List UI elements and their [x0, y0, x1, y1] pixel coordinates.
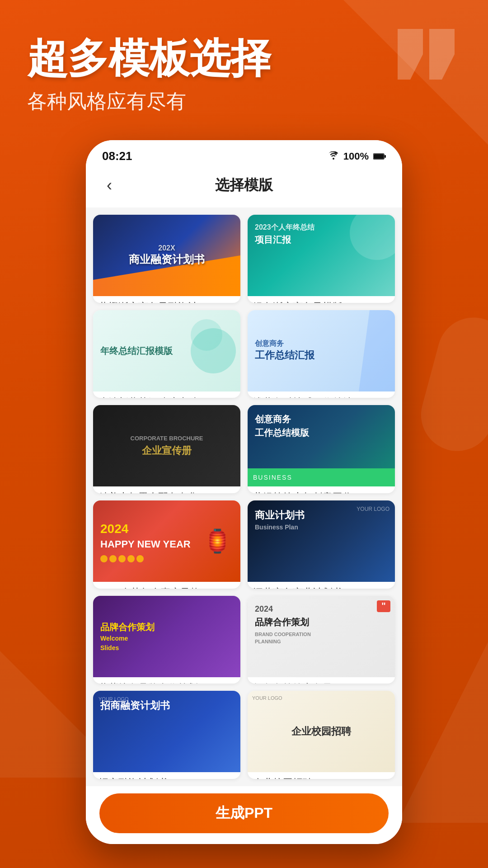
status-right: 100%: [328, 150, 386, 163]
battery-icon: [373, 150, 386, 163]
thumb-9-text: 品牌合作策划 WelcomeSlides: [100, 620, 155, 653]
template-thumb-7: 2024 HAPPY NEW YEAR 🏮: [93, 500, 240, 582]
template-item-9[interactable]: 品牌合作策划 WelcomeSlides 黄紫撞色品牌合作策划: [93, 596, 240, 684]
template-thumb-6: 创意商务工作总结模版 BUSINESS: [248, 405, 395, 486]
template-item-10[interactable]: 2024 品牌合作策划 BRAND COOPERATIONPLANNING 红灰…: [248, 596, 395, 684]
phone-mockup: 08:21 100% ‹ 选择模版: [86, 140, 402, 844]
template-item-1[interactable]: 202X 商业融资计划书 蓝橙渐变商务风融资计…: [93, 215, 240, 303]
bottom-bar: 生成PPT: [86, 786, 402, 844]
template-thumb-10: 2024 品牌合作策划 BRAND COOPERATIONPLANNING: [248, 596, 395, 677]
template-label-4: 浅蓝色科技感工作总结…: [248, 392, 395, 398]
template-item-11[interactable]: YOUR LOGO 招商融资计划书 招商融资计划书: [93, 691, 240, 779]
template-grid: 202X 商业融资计划书 蓝橙渐变商务风融资计… 2023个人年终总结 项目汇报…: [86, 208, 402, 786]
bg-deco-bottom-right: [398, 642, 488, 823]
template-thumb-11: YOUR LOGO 招商融资计划书: [93, 691, 240, 772]
top-nav: ‹ 选择模版: [86, 168, 402, 208]
generate-ppt-button[interactable]: 生成PPT: [99, 793, 389, 833]
template-label-2: 绿色渐变商务风模版: [248, 296, 395, 303]
template-label-11: 招商融资计划书: [93, 772, 240, 779]
template-thumb-12: YOUR LOGO 企业校园招聘: [248, 691, 395, 772]
thumb-6-accent-text: BUSINESS: [253, 474, 292, 481]
template-label-12: 企业校园招聘: [248, 772, 395, 779]
thumb-10-text: 2024 品牌合作策划 BRAND COOPERATIONPLANNING: [255, 603, 311, 646]
svg-rect-1: [374, 154, 384, 159]
template-item-8[interactable]: YOUR LOGO 商业计划书 Business Plan 深蓝商务商业计划书: [248, 500, 395, 589]
svg-rect-2: [385, 155, 386, 158]
back-button[interactable]: ‹: [99, 172, 119, 198]
quote-decoration-icon: [398, 27, 461, 81]
template-thumb-4: 创意商务 工作总结汇报: [248, 310, 395, 392]
template-item-5[interactable]: CORPORATE BROCHURE 企业宣传册 精美大气黑金配色奢华…: [93, 405, 240, 493]
template-thumb-3: 年终总结汇报模版: [93, 310, 240, 392]
phone-mockup-wrapper: 08:21 100% ‹ 选择模版: [86, 140, 402, 844]
template-label-7: 2024春节年会喜庆风格…: [93, 582, 240, 589]
header: 超多模板选择 各种风格应有尽有: [0, 0, 488, 133]
template-thumb-5: CORPORATE BROCHURE 企业宣传册: [93, 405, 240, 486]
template-thumb-1: 202X 商业融资计划书: [93, 215, 240, 296]
quote-decoration: [377, 600, 390, 612]
template-label-10: 红灰色简约商务风: [248, 677, 395, 684]
nav-title: 选择模版: [215, 175, 273, 195]
header-title: 超多模板选择: [27, 36, 461, 81]
wifi-icon: [328, 151, 339, 162]
lantern-icon: 🏮: [203, 528, 231, 554]
thumb-2-text: 2023个人年终总结 项目汇报: [255, 222, 314, 246]
template-label-1: 蓝橙渐变商务风融资计…: [93, 296, 240, 303]
status-bar: 08:21 100%: [86, 140, 402, 168]
template-item-7[interactable]: 2024 HAPPY NEW YEAR 🏮 2024春节年会喜庆风格…: [93, 500, 240, 589]
template-label-9: 黄紫撞色品牌合作策划: [93, 677, 240, 684]
thumb-8-text: 商业计划书 Business Plan: [255, 508, 305, 532]
template-item-12[interactable]: YOUR LOGO 企业校园招聘 企业校园招聘: [248, 691, 395, 779]
battery-indicator: 100%: [343, 151, 369, 162]
template-label-8: 深蓝商务商业计划书: [248, 582, 395, 589]
template-label-6: 蓝绿简约大气创意工作…: [248, 486, 395, 493]
header-subtitle: 各种风格应有尽有: [27, 88, 461, 115]
template-label-3: 小清新薄荷绿玻璃磨砂…: [93, 392, 240, 398]
thumb-12-text: 企业校园招聘: [291, 725, 351, 738]
template-item-2[interactable]: 2023个人年终总结 项目汇报 绿色渐变商务风模版: [248, 215, 395, 303]
thumb-7-text: 2024 HAPPY NEW YEAR: [100, 520, 191, 562]
template-thumb-8: YOUR LOGO 商业计划书 Business Plan: [248, 500, 395, 582]
thumb-4-text: 创意商务 工作总结汇报: [255, 339, 314, 363]
thumb-1-text: 202X 商业融资计划书: [129, 244, 205, 267]
template-item-6[interactable]: 创意商务工作总结模版 BUSINESS 蓝绿简约大气创意工作…: [248, 405, 395, 493]
bg-deco-mid: [413, 309, 488, 459]
thumb-3-text: 年终总结汇报模版: [100, 344, 173, 358]
template-label-5: 精美大气黑金配色奢华…: [93, 486, 240, 493]
template-item-4[interactable]: 创意商务 工作总结汇报 浅蓝色科技感工作总结…: [248, 310, 395, 398]
template-thumb-2: 2023个人年终总结 项目汇报: [248, 215, 395, 296]
template-thumb-9: 品牌合作策划 WelcomeSlides: [93, 596, 240, 677]
status-time: 08:21: [102, 149, 132, 163]
thumb-6-text: 创意商务工作总结模版: [255, 412, 309, 439]
template-item-3[interactable]: 年终总结汇报模版 小清新薄荷绿玻璃磨砂…: [93, 310, 240, 398]
thumb-5-text: CORPORATE BROCHURE 企业宣传册: [131, 434, 203, 458]
